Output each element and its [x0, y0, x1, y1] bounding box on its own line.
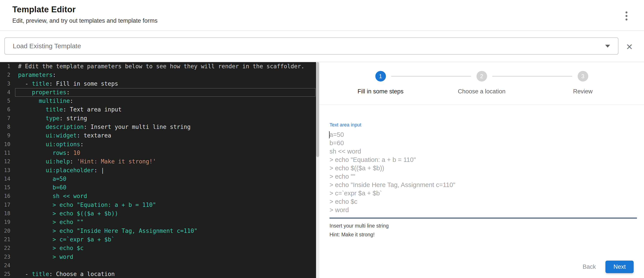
- editor-line[interactable]: 1# Edit the template parameters below to…: [0, 62, 316, 71]
- line-number: 11: [0, 149, 18, 157]
- code-text: - title: Choose a location: [18, 270, 114, 278]
- line-number: 23: [0, 253, 18, 261]
- dropdown-caret-icon: [605, 45, 610, 47]
- page-subtitle: Edit, preview, and try out templates and…: [12, 17, 644, 24]
- editor-lines: 1# Edit the template parameters below to…: [0, 62, 316, 278]
- stepper-connector: [492, 76, 572, 76]
- editor-line[interactable]: 25 - title: Choose a location: [0, 270, 316, 278]
- editor-line[interactable]: 17 > echo "Equation: a + b = 110": [0, 201, 316, 209]
- line-number: 16: [0, 192, 18, 201]
- editor-line[interactable]: 4 properties:: [0, 88, 316, 97]
- line-number: 18: [0, 209, 18, 218]
- editor-line[interactable]: 13 ui:placeholder: |: [0, 166, 316, 175]
- field-label: Text area input: [330, 122, 637, 128]
- textarea-placeholder-line: a=50: [330, 130, 637, 139]
- line-number: 3: [0, 79, 18, 88]
- line-number: 1: [0, 62, 18, 71]
- editor-line[interactable]: 22 > echo $c: [0, 244, 316, 253]
- textarea-placeholder-line: > echo "": [330, 172, 637, 181]
- line-number: 4: [0, 88, 18, 97]
- line-number: 5: [0, 97, 18, 105]
- code-text: b=60: [18, 183, 66, 192]
- line-number: 7: [0, 114, 18, 123]
- close-icon: ✕: [626, 42, 633, 51]
- code-text: > echo "Equation: a + b = 110": [18, 201, 156, 209]
- code-text: sh << word: [18, 192, 87, 201]
- editor-line[interactable]: 16 sh << word: [0, 192, 316, 201]
- line-number: 20: [0, 227, 18, 235]
- textarea-placeholder-line: > echo "Inside Here Tag, Assignment c=11…: [330, 181, 637, 189]
- editor-line[interactable]: 11 rows: 10: [0, 149, 316, 157]
- editor-line[interactable]: 21 > c=`expr $a + $b`: [0, 235, 316, 244]
- editor-line[interactable]: 23 > word: [0, 253, 316, 261]
- editor-line[interactable]: 19 > echo "": [0, 218, 316, 227]
- code-text: > echo $c: [18, 244, 84, 253]
- editor-line[interactable]: 5 multiline:: [0, 97, 316, 105]
- back-button[interactable]: Back: [578, 261, 600, 273]
- code-text: description: Insert your multi line stri…: [18, 123, 191, 131]
- text-cursor: [329, 131, 330, 138]
- textarea-placeholder-line: > c=`expr $a + $b`: [330, 189, 637, 197]
- form-preview-pane: 1Fill in some steps2Choose a location3Re…: [319, 62, 644, 278]
- editor-line[interactable]: 2parameters:: [0, 71, 316, 79]
- form-actions: Back Next: [578, 261, 634, 273]
- stepper-step: 1Fill in some steps: [330, 71, 431, 95]
- line-number: 6: [0, 105, 18, 114]
- editor-line[interactable]: 12 ui:help: 'Hint: Make it strong!': [0, 157, 316, 166]
- load-template-select[interactable]: Load Existing Template: [4, 37, 618, 55]
- multiline-textarea[interactable]: a=50b=60sh << word> echo "Equation: a + …: [330, 130, 637, 214]
- more-options-button[interactable]: [620, 9, 632, 23]
- stepper-connector: [391, 76, 471, 76]
- textarea-underline: [330, 218, 637, 219]
- editor-line[interactable]: 9 ui:widget: textarea: [0, 131, 316, 140]
- textarea-placeholder-line: sh << word: [330, 147, 637, 156]
- code-text: type: string: [18, 114, 87, 123]
- stepper: 1Fill in some steps2Choose a location3Re…: [319, 62, 644, 104]
- stepper-step: 2Choose a location: [431, 71, 532, 95]
- code-text: multiline:: [18, 97, 73, 105]
- yaml-editor[interactable]: 1# Edit the template parameters below to…: [0, 62, 316, 278]
- template-editor-page: Template Editor Edit, preview, and try o…: [0, 0, 644, 278]
- editor-line[interactable]: 10 ui:options:: [0, 140, 316, 149]
- next-button[interactable]: Next: [606, 261, 634, 273]
- code-text: > echo "": [18, 218, 84, 227]
- editor-line[interactable]: 24: [0, 261, 316, 270]
- editor-line[interactable]: 20 > echo "Inside Here Tag, Assignment c…: [0, 227, 316, 235]
- line-number: 12: [0, 157, 18, 166]
- editor-scrollbar[interactable]: [316, 62, 319, 278]
- code-text: parameters:: [18, 71, 56, 79]
- code-text: ui:help: 'Hint: Make it strong!': [18, 157, 156, 166]
- textarea-placeholder-line: > echo $c: [330, 197, 637, 206]
- editor-line[interactable]: 3 - title: Fill in some steps: [0, 79, 316, 88]
- code-text: properties:: [18, 88, 70, 97]
- code-text: ui:options:: [18, 140, 84, 149]
- field-help-text: Hint: Make it strong!: [330, 232, 637, 238]
- field-description: Insert your multi line string: [330, 223, 637, 229]
- textarea-placeholder-line: b=60: [330, 139, 637, 147]
- textarea-placeholder-line: > echo "Equation: a + b = 110": [330, 156, 637, 164]
- code-text: ui:widget: textarea: [18, 131, 111, 140]
- editor-line[interactable]: 7 type: string: [0, 114, 316, 123]
- textarea-placeholder-line: > word: [330, 206, 637, 214]
- line-number: 19: [0, 218, 18, 227]
- editor-line[interactable]: 18 > echo $(($a + $b)): [0, 209, 316, 218]
- editor-line[interactable]: 14 a=50: [0, 175, 316, 183]
- close-button[interactable]: ✕: [622, 41, 636, 53]
- code-text: > word: [18, 253, 73, 261]
- code-text: > echo $(($a + $b)): [18, 209, 118, 218]
- line-number: 10: [0, 140, 18, 149]
- editor-line[interactable]: 8 description: Insert your multi line st…: [0, 123, 316, 131]
- editor-line[interactable]: 6 title: Text area input: [0, 105, 316, 114]
- step-number-badge: 2: [476, 71, 487, 81]
- line-number: 9: [0, 131, 18, 140]
- line-number: 24: [0, 261, 18, 270]
- line-number: 25: [0, 270, 18, 278]
- code-text: ui:placeholder: |: [18, 166, 104, 175]
- template-selector-row: Load Existing Template ✕: [0, 31, 644, 62]
- step-label: Fill in some steps: [358, 88, 404, 95]
- main-content: 1# Edit the template parameters below to…: [0, 62, 644, 278]
- editor-line[interactable]: 15 b=60: [0, 183, 316, 192]
- code-text: rows: 10: [18, 149, 80, 157]
- step-label: Review: [573, 88, 593, 95]
- scrollbar-thumb[interactable]: [316, 62, 319, 157]
